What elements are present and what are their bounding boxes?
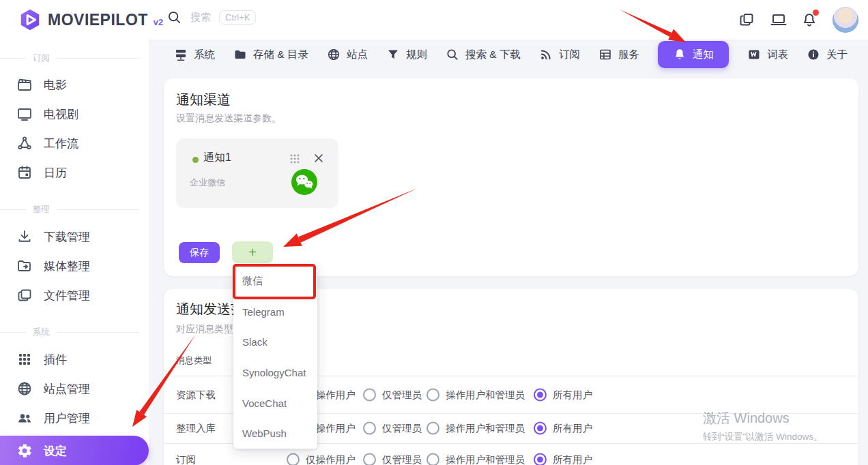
users-group-icon	[16, 410, 33, 426]
radio-unselected[interactable]	[363, 422, 376, 435]
sidebar-item-settings[interactable]: 设定	[0, 436, 149, 465]
app-version: v2	[154, 17, 163, 27]
sidebar-item-media-organize[interactable]: 媒体整理	[0, 252, 143, 280]
radio-option-admins-only[interactable]: 仅管理员	[363, 422, 422, 435]
sidebar-item-plugins[interactable]: 插件	[0, 345, 143, 374]
sidebar-item-downloads[interactable]: 下载管理	[0, 222, 143, 251]
tab-label: 搜索 & 下载	[465, 48, 521, 62]
close-icon[interactable]	[313, 152, 325, 164]
radio-option-operators-only[interactable]: 仅操作用户	[287, 453, 356, 465]
radio-unselected[interactable]	[287, 453, 300, 465]
notification-badge	[813, 10, 819, 16]
tab-storage-directories[interactable]: 存储 & 目录	[233, 48, 308, 62]
radio-unselected[interactable]	[363, 453, 376, 465]
sidebar-item-label: 电视剧	[44, 106, 78, 122]
tab-label: 存储 & 目录	[253, 48, 308, 62]
channel-name: 通知1	[203, 151, 231, 165]
sidebar: 订阅 电影 电视剧 工作流	[0, 40, 149, 465]
sidebar-item-label: 电影	[44, 77, 67, 93]
radio-option-all-users[interactable]: 所有用户	[534, 422, 592, 435]
tab-system[interactable]: 系统	[174, 48, 215, 62]
tab-search-download[interactable]: 搜索 & 下载	[446, 48, 521, 62]
radio-option-admins-only[interactable]: 仅管理员	[363, 453, 422, 465]
server-icon	[174, 48, 188, 61]
tv-icon	[16, 106, 33, 122]
add-channel-button[interactable]: +	[232, 241, 273, 263]
radio-selected[interactable]	[534, 389, 547, 402]
tab-label: 订阅	[559, 48, 580, 62]
windows-stack-icon[interactable]	[738, 12, 755, 28]
app-name: MOVIEPILOT	[48, 11, 148, 29]
sidebar-item-users[interactable]: 用户管理	[0, 404, 143, 432]
drag-handle-icon[interactable]	[289, 153, 300, 164]
radio-unselected[interactable]	[426, 389, 439, 402]
search-placeholder: 搜索	[190, 11, 211, 24]
save-button[interactable]: 保存	[179, 242, 220, 263]
globe-icon	[327, 48, 341, 61]
tab-label: 关于	[826, 48, 848, 62]
app-logo[interactable]: MOVIEPILOT v2	[18, 7, 163, 32]
laptop-icon[interactable]	[770, 12, 786, 28]
radio-option-operators-and-admins[interactable]: 操作用户和管理员	[426, 389, 525, 402]
sidebar-item-tv[interactable]: 电视剧	[0, 100, 143, 128]
column-header: 消息类型	[176, 355, 212, 367]
tab-services[interactable]: 服务	[598, 48, 639, 62]
info-icon	[807, 48, 820, 61]
folder-icon	[233, 48, 247, 61]
radio-unselected[interactable]	[426, 453, 439, 465]
clapperboard-icon	[16, 76, 33, 93]
card-title: 通知渠道	[176, 91, 231, 109]
menu-item-webpush[interactable]: WebPush	[233, 418, 317, 449]
tab-label: 站点	[347, 48, 368, 62]
app-window: MOVIEPILOT v2 搜索 Ctrl+K	[0, 0, 868, 465]
tab-words[interactable]: 词表	[747, 48, 788, 62]
sidebar-item-label: 站点管理	[44, 381, 90, 397]
tab-about[interactable]: 关于	[807, 48, 848, 62]
tab-notifications[interactable]: 通知	[658, 41, 729, 68]
search-icon	[446, 48, 459, 61]
radio-option-operators-and-admins[interactable]: 操作用户和管理员	[426, 453, 525, 465]
menu-item-vocechat[interactable]: VoceChat	[233, 388, 317, 419]
menu-item-wechat[interactable]: 微信	[233, 266, 317, 297]
channel-card[interactable]: 通知1 企业微信	[176, 138, 338, 208]
rss-icon	[539, 48, 553, 61]
radio-selected[interactable]	[534, 453, 547, 465]
settings-tab-bar: 系统 存储 & 目录 站点 规则 搜索 & 下载	[174, 41, 848, 68]
tab-label: 通知	[693, 48, 714, 62]
menu-item-telegram[interactable]: Telegram	[233, 297, 317, 327]
radio-option-admins-only[interactable]: 仅管理员	[363, 389, 422, 402]
tab-sites[interactable]: 站点	[327, 48, 368, 62]
radio-option-operators-and-admins[interactable]: 操作用户和管理员	[426, 422, 525, 435]
menu-item-synologychat[interactable]: SynologyChat	[233, 357, 317, 388]
sidebar-item-movies[interactable]: 电影	[0, 70, 143, 99]
sidebar-item-calendar[interactable]: 日历	[0, 158, 143, 187]
tab-subscribe[interactable]: 订阅	[539, 48, 580, 62]
sidebar-item-label: 日历	[44, 165, 67, 181]
radio-option-all-users[interactable]: 所有用户	[534, 389, 592, 402]
menu-item-slack[interactable]: Slack	[233, 327, 317, 357]
tab-label: 规则	[406, 48, 427, 62]
w-square-icon	[747, 48, 761, 61]
files-copy-icon	[16, 287, 33, 303]
search-input[interactable]: 搜索 Ctrl+K	[167, 10, 256, 25]
notifications-bell-icon[interactable]	[801, 12, 818, 28]
radio-unselected[interactable]	[363, 389, 376, 402]
sidebar-section-organize: 整理	[0, 204, 149, 215]
sidebar-item-workflow[interactable]: 工作流	[0, 129, 143, 158]
radio-selected[interactable]	[534, 422, 547, 435]
tab-rules[interactable]: 规则	[386, 48, 427, 62]
notification-channels-card: 通知渠道 设置消息发送渠道参数。 通知1 企业微信	[164, 78, 858, 276]
download-icon	[16, 228, 33, 245]
sidebar-item-label: 设定	[44, 443, 67, 459]
sidebar-item-sites[interactable]: 站点管理	[0, 374, 143, 403]
sidebar-item-file-manager[interactable]: 文件管理	[0, 281, 143, 310]
sidebar-item-label: 插件	[44, 352, 67, 368]
sidebar-item-label: 用户管理	[44, 410, 90, 426]
tab-label: 服务	[618, 48, 639, 62]
user-avatar[interactable]	[833, 7, 858, 33]
radio-option-all-users[interactable]: 所有用户	[534, 453, 592, 465]
bell-icon	[673, 48, 686, 61]
gear-icon	[16, 442, 33, 459]
radio-unselected[interactable]	[426, 422, 439, 435]
table-grid-icon	[598, 48, 612, 61]
